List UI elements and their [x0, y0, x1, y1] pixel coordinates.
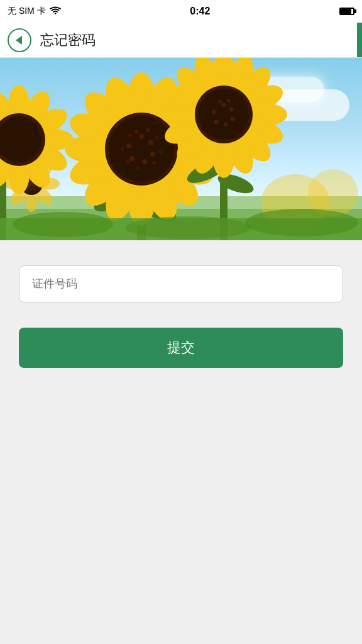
status-bar: 无 SIM 卡 0:42	[0, 0, 362, 23]
wifi-icon	[50, 6, 61, 17]
submit-button[interactable]: 提交	[19, 328, 343, 368]
svg-point-74	[214, 120, 219, 125]
main-content: 提交	[0, 240, 362, 387]
id-number-input[interactable]	[32, 277, 330, 291]
chevron-left-icon	[16, 36, 22, 45]
svg-point-94	[13, 212, 113, 237]
svg-point-73	[224, 123, 228, 127]
svg-point-33	[109, 116, 174, 182]
svg-point-44	[152, 161, 156, 165]
sunflower-svg	[0, 58, 362, 240]
svg-point-77	[227, 99, 231, 103]
nav-accent	[357, 23, 362, 57]
submit-label: 提交	[167, 338, 195, 357]
nav-bar: 忘记密码	[0, 23, 362, 58]
svg-point-95	[126, 216, 251, 239]
svg-point-70	[222, 103, 226, 108]
svg-point-35	[148, 140, 153, 145]
no-sim-label: 无 SIM 卡	[8, 6, 46, 17]
svg-point-37	[142, 159, 147, 164]
svg-point-43	[158, 150, 162, 154]
svg-point-96	[245, 209, 358, 236]
svg-point-40	[134, 130, 138, 133]
svg-point-48	[128, 133, 132, 137]
svg-point-39	[126, 143, 131, 148]
svg-point-75	[212, 110, 216, 114]
svg-point-69	[199, 89, 249, 140]
status-left: 无 SIM 卡	[8, 6, 61, 17]
svg-point-42	[155, 136, 159, 140]
back-button[interactable]	[8, 28, 31, 52]
svg-point-46	[126, 160, 129, 164]
svg-point-36	[150, 152, 155, 157]
svg-point-71	[229, 108, 234, 112]
hero-image	[0, 58, 362, 240]
page-title: 忘记密码	[40, 31, 96, 50]
battery-icon	[339, 8, 354, 15]
svg-point-41	[146, 128, 150, 132]
status-right	[339, 8, 354, 15]
svg-point-47	[121, 147, 124, 151]
svg-point-72	[231, 117, 235, 121]
status-time: 0:42	[190, 6, 210, 17]
svg-point-45	[136, 166, 140, 170]
svg-point-34	[139, 134, 144, 139]
svg-point-76	[218, 100, 222, 104]
svg-point-38	[129, 156, 134, 161]
id-number-container	[19, 265, 343, 303]
